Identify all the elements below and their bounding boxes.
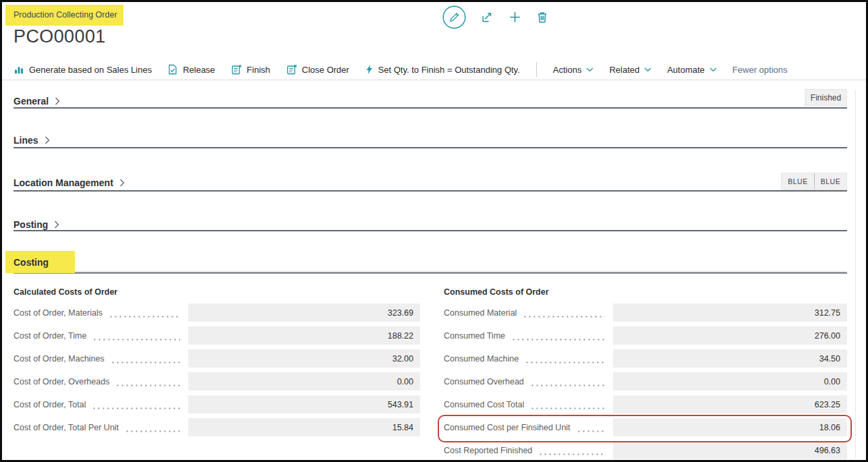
context-label: Production Collecting Order <box>13 10 117 20</box>
location-badge-blue: BLUE <box>814 173 846 190</box>
dotted-leader <box>577 430 605 432</box>
costing-section-rule <box>13 272 847 274</box>
chevron-right-icon <box>45 136 50 144</box>
clipboard-close-icon <box>286 64 297 75</box>
field-label: Consumed Overhead <box>444 377 524 386</box>
menu-label: Related <box>609 65 639 75</box>
release-button[interactable]: Release <box>167 64 215 75</box>
field-value[interactable]: 188.22 <box>188 326 420 345</box>
section-label: Costing <box>13 257 49 268</box>
chevron-right-icon <box>54 221 59 229</box>
generate-based-on-sales-lines-button[interactable]: Generate based on Sales Lines <box>13 64 152 75</box>
lightning-icon <box>365 64 374 75</box>
calculated-costs-column: Cost of Order, Materials 323.69 Cost of … <box>13 304 420 441</box>
field-value[interactable]: 0.00 <box>613 372 847 391</box>
dotted-leader <box>111 362 180 364</box>
clipboard-plus-icon <box>231 64 242 75</box>
action-label: Generate based on Sales Lines <box>29 65 152 75</box>
dotted-leader <box>125 430 180 432</box>
app-window: Production Collecting Order PCO00001 <box>0 0 868 462</box>
field-row-cost-time: Cost of Order, Time 188.22 <box>13 326 420 345</box>
field-label: Consumed Machine <box>444 354 519 364</box>
chevron-down-icon <box>586 67 594 72</box>
share-icon[interactable] <box>481 11 494 24</box>
action-bar: Generate based on Sales Lines Release Fi… <box>13 60 788 79</box>
content-card-right-edge <box>855 90 856 458</box>
dotted-leader <box>525 362 605 364</box>
field-value[interactable]: 18.06 <box>613 418 847 436</box>
field-value[interactable]: 312.75 <box>613 304 847 322</box>
field-value[interactable]: 34.50 <box>613 349 847 368</box>
section-header-costing[interactable]: Costing <box>13 257 49 268</box>
action-bar-bottom-rule <box>2 80 866 80</box>
consumed-costs-column: Consumed Material 312.75 Consumed Time 2… <box>444 304 847 462</box>
chevron-right-icon <box>55 97 60 105</box>
actions-menu[interactable]: Actions <box>553 65 594 75</box>
field-label: Cost of Order, Overheads <box>13 377 109 386</box>
field-label: Cost of Order, Total <box>13 400 86 409</box>
section-header-lines[interactable]: Lines <box>13 135 50 146</box>
field-value[interactable]: 543.91 <box>188 395 420 413</box>
section-header-general[interactable]: General <box>13 96 60 107</box>
section-rule <box>13 147 847 148</box>
field-value[interactable]: 623.25 <box>613 395 847 413</box>
location-badge-blue: BLUE <box>782 173 814 190</box>
field-row-cost-total: Cost of Order, Total 543.91 <box>13 395 420 413</box>
field-label: Consumed Cost per Finsihed Unit <box>444 423 571 432</box>
system-icon-bar <box>442 4 548 30</box>
dotted-leader <box>538 453 605 455</box>
set-qty-to-finish-button[interactable]: Set Qty. to Finish = Outstanding Qty. <box>365 64 520 75</box>
section-rule <box>13 107 847 109</box>
delete-trash-icon[interactable] <box>536 11 548 24</box>
action-bar-divider <box>536 62 537 77</box>
section-label: Posting <box>13 219 48 230</box>
field-row-cost-reported-finished: Cost Reported Finished 496.63 <box>444 441 847 459</box>
group-heading-calculated-costs: Calculated Costs of Order <box>13 287 117 297</box>
status-badge-finished: Finished <box>805 89 847 106</box>
related-menu[interactable]: Related <box>609 65 652 75</box>
field-row-consumed-machine: Consumed Machine 34.50 <box>444 349 847 368</box>
dotted-leader <box>109 316 180 318</box>
field-label: Cost of Order, Materials <box>13 308 103 318</box>
field-row-consumed-time: Consumed Time 276.00 <box>444 326 847 345</box>
field-label: Consumed Time <box>444 331 505 341</box>
add-new-icon[interactable] <box>509 11 521 24</box>
location-badges: BLUE BLUE <box>781 173 847 190</box>
field-row-cost-total-per-unit: Cost of Order, Total Per Unit 15.84 <box>13 418 420 436</box>
section-label: Lines <box>13 135 38 146</box>
chevron-right-icon <box>119 179 125 187</box>
document-check-icon <box>167 64 178 75</box>
edit-pencil-icon[interactable] <box>442 5 466 29</box>
field-value[interactable]: 496.63 <box>613 441 847 459</box>
group-heading-consumed-costs: Consumed Costs of Order <box>444 287 549 297</box>
field-value[interactable]: 323.69 <box>188 304 420 322</box>
automate-menu[interactable]: Automate <box>667 65 717 75</box>
action-label: Finish <box>247 65 270 75</box>
field-label: Cost of Order, Time <box>13 331 86 341</box>
finish-button[interactable]: Finish <box>231 64 270 75</box>
field-label: Cost Reported Finished <box>444 446 532 455</box>
dotted-leader <box>530 407 605 409</box>
field-value[interactable]: 276.00 <box>613 326 847 345</box>
field-row-cost-overheads: Cost of Order, Overheads 0.00 <box>13 372 420 391</box>
dotted-leader <box>511 339 605 341</box>
field-value[interactable]: 15.84 <box>188 418 420 436</box>
action-label: Release <box>183 65 215 75</box>
field-value[interactable]: 32.00 <box>188 349 420 368</box>
fewer-options-button[interactable]: Fewer options <box>732 65 788 75</box>
section-rule <box>13 190 847 192</box>
field-value[interactable]: 0.00 <box>188 372 420 391</box>
dotted-leader <box>115 384 180 386</box>
section-label: Location Management <box>13 177 113 188</box>
section-rule <box>13 230 847 231</box>
field-row-cost-machines: Cost of Order, Machines 32.00 <box>13 349 420 368</box>
section-header-location-management[interactable]: Location Management <box>13 177 125 188</box>
menu-label: Actions <box>553 65 582 75</box>
field-label: Consumed Material <box>444 308 517 318</box>
bar-chart-icon <box>13 64 24 75</box>
chevron-down-icon <box>644 67 652 72</box>
field-label: Cost of Order, Machines <box>13 354 105 364</box>
section-header-posting[interactable]: Posting <box>13 219 59 230</box>
close-order-button[interactable]: Close Order <box>286 64 349 75</box>
dotted-leader <box>530 384 605 386</box>
